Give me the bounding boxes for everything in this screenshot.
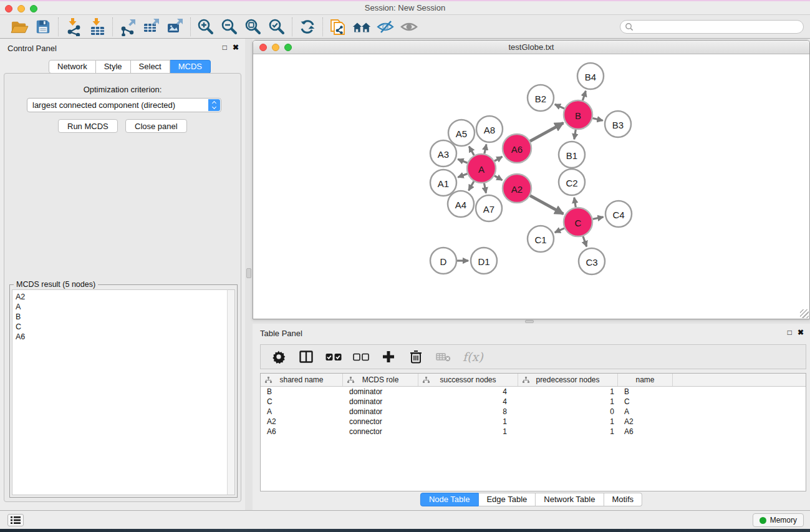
graph-node-C2[interactable]: C2	[559, 169, 585, 195]
graph-node-C1[interactable]: C1	[528, 226, 554, 252]
column-header-shared-name[interactable]: shared name	[261, 374, 343, 386]
import-network-icon[interactable]	[62, 17, 85, 37]
open-session-icon[interactable]	[7, 17, 31, 37]
edge-A-A1[interactable]	[458, 173, 467, 177]
select-all-columns-icon[interactable]	[324, 347, 343, 366]
network-window-titlebar[interactable]: testGlobe.txt	[253, 41, 809, 54]
delete-table-icon[interactable]	[434, 347, 453, 366]
select-stepper-icon[interactable]	[208, 99, 220, 111]
edge-B-B4[interactable]	[582, 91, 586, 100]
graph-node-A4[interactable]: A4	[448, 191, 474, 217]
edge-A-A5[interactable]	[469, 147, 474, 155]
export-network-icon[interactable]	[116, 17, 140, 37]
edge-A2-C[interactable]	[530, 196, 563, 214]
edge-B-B2[interactable]	[555, 104, 564, 109]
network-graph[interactable]: B4B2BB3A5A8A6A3AB1A1C2A2A4A7CC4C1C3DD1	[253, 54, 809, 319]
graph-node-A1[interactable]: A1	[430, 170, 456, 196]
close-panel-icon[interactable]: ✖	[233, 43, 239, 52]
function-builder-icon[interactable]: f(x)	[463, 350, 483, 364]
window-stack-icon[interactable]	[7, 514, 24, 526]
float-panel-icon[interactable]: □	[788, 328, 792, 337]
horizontal-splitter[interactable]	[253, 319, 810, 324]
edge-A-A3[interactable]	[458, 159, 467, 163]
graph-node-B4[interactable]: B4	[577, 63, 604, 89]
save-session-icon[interactable]	[31, 17, 55, 37]
mcds-result-item[interactable]: A	[16, 302, 234, 312]
edge-A6-B[interactable]	[530, 123, 563, 141]
export-image-icon[interactable]	[163, 17, 187, 37]
tab-style[interactable]: Style	[96, 60, 131, 74]
edge-A-A7[interactable]	[484, 183, 486, 193]
graph-node-B2[interactable]: B2	[528, 85, 554, 111]
graph-node-C3[interactable]: C3	[579, 248, 605, 274]
zoom-out-icon[interactable]	[218, 17, 241, 37]
mcds-result-item[interactable]: A2	[16, 292, 234, 302]
memory-button[interactable]: Memory	[753, 513, 804, 527]
graph-node-C[interactable]: C	[564, 208, 592, 236]
run-mcds-button[interactable]: Run MCDS	[58, 119, 118, 133]
zoom-window-button[interactable]	[284, 44, 292, 51]
graph-node-A5[interactable]: A5	[448, 120, 475, 146]
zoom-window-button[interactable]	[30, 5, 37, 12]
edge-A-A6[interactable]	[494, 157, 503, 161]
tab-select[interactable]: Select	[131, 60, 170, 74]
close-panel-icon[interactable]: ✖	[798, 328, 804, 337]
export-table-icon[interactable]	[140, 17, 163, 37]
column-header-MCDS-role[interactable]: MCDS role	[343, 374, 418, 386]
show-graphics-details-icon[interactable]	[397, 17, 421, 37]
graph-node-B[interactable]: B	[564, 100, 592, 129]
network-canvas[interactable]: B4B2BB3A5A8A6A3AB1A1C2A2A4A7CC4C1C3DD1	[253, 54, 809, 319]
close-window-button[interactable]	[259, 44, 267, 51]
column-header-successor-nodes[interactable]: successor nodes	[418, 374, 518, 386]
delete-column-icon[interactable]	[407, 347, 425, 366]
graph-node-C4[interactable]: C4	[605, 201, 632, 227]
edge-A-A2[interactable]	[494, 176, 503, 180]
float-panel-icon[interactable]: □	[223, 43, 227, 52]
new-network-from-selection-icon[interactable]	[326, 17, 350, 37]
mcds-result-item[interactable]: A6	[16, 332, 234, 342]
zoom-selected-icon[interactable]	[265, 17, 289, 37]
table-settings-icon[interactable]	[269, 347, 288, 366]
optimization-criterion-select[interactable]: largest connected component (directed)	[27, 98, 221, 112]
zoom-in-icon[interactable]	[194, 17, 218, 37]
minimize-window-button[interactable]	[17, 5, 25, 12]
graph-node-A7[interactable]: A7	[476, 195, 502, 221]
mcds-result-list[interactable]: A2ABCA6	[12, 289, 235, 495]
graph-node-B1[interactable]: B1	[559, 142, 585, 168]
vertical-splitter[interactable]	[245, 39, 253, 510]
table-row[interactable]: A6connector11A6	[261, 427, 806, 437]
close-window-button[interactable]	[5, 5, 12, 12]
window-resize-grip[interactable]	[800, 309, 809, 318]
edge-C-C4[interactable]	[593, 217, 604, 219]
table-row[interactable]: Cdominator41C	[261, 397, 806, 407]
add-column-icon[interactable]	[379, 347, 398, 366]
mcds-result-scrollbar[interactable]	[227, 289, 235, 495]
deselect-all-columns-icon[interactable]	[352, 347, 370, 366]
graph-node-A3[interactable]: A3	[430, 140, 456, 167]
table-row[interactable]: Bdominator41B	[261, 387, 806, 397]
table-row[interactable]: A2connector11A2	[261, 417, 806, 427]
zoom-fit-icon[interactable]	[241, 17, 265, 37]
close-panel-button[interactable]: Close panel	[125, 119, 187, 133]
edge-C-C1[interactable]	[555, 228, 564, 233]
splitter-grip[interactable]	[246, 268, 251, 278]
tab-node-table[interactable]: Node Table	[420, 493, 479, 506]
mcds-result-item[interactable]: C	[16, 322, 234, 332]
edge-B-B3[interactable]	[592, 118, 602, 120]
graph-node-D[interactable]: D	[430, 248, 456, 274]
mcds-result-item[interactable]: B	[16, 312, 234, 322]
edge-B-B1[interactable]	[574, 130, 576, 140]
tab-motifs[interactable]: Motifs	[604, 493, 642, 506]
tab-mcds[interactable]: MCDS	[170, 60, 211, 74]
node-table[interactable]: shared nameMCDS rolesuccessor nodesprede…	[260, 373, 806, 491]
column-header-predecessor-nodes[interactable]: predecessor nodes	[518, 374, 618, 386]
graph-node-A[interactable]: A	[467, 154, 496, 183]
first-neighbors-icon[interactable]	[350, 17, 374, 37]
edge-A-A8[interactable]	[485, 144, 486, 153]
split-panel-icon[interactable]	[297, 347, 316, 366]
column-header-name[interactable]: name	[618, 374, 673, 386]
graph-node-D1[interactable]: D1	[471, 248, 497, 274]
graph-node-A8[interactable]: A8	[476, 116, 503, 142]
splitter-grip[interactable]	[525, 320, 534, 323]
import-table-icon[interactable]	[85, 17, 109, 37]
